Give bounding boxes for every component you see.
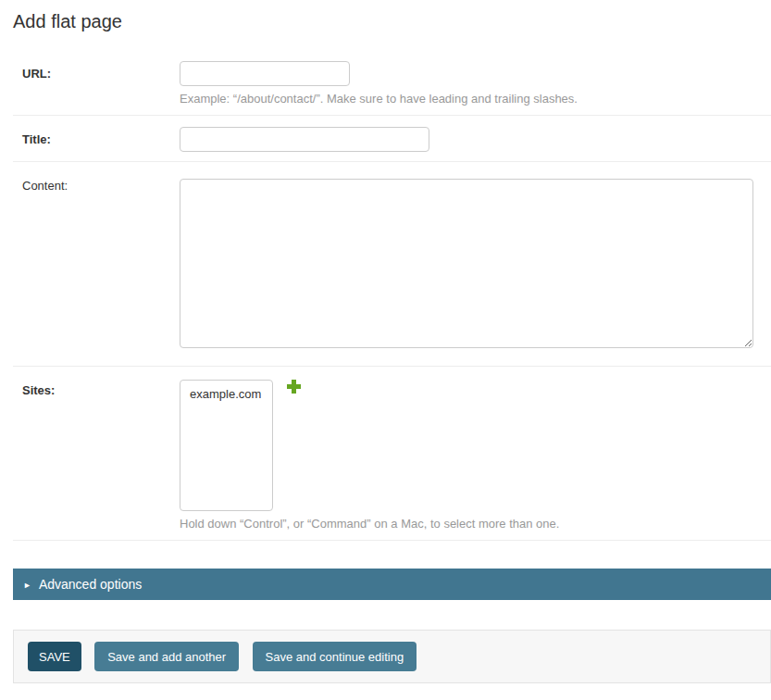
save-button[interactable]: SAVE	[28, 642, 81, 671]
page-title: Add flat page	[13, 11, 771, 32]
sites-label: Sites:	[22, 378, 170, 397]
collapse-arrow-icon: ►	[23, 569, 31, 601]
plus-icon	[286, 379, 302, 394]
url-label: URL:	[22, 61, 170, 81]
advanced-options-toggle[interactable]: ►Advanced options	[13, 569, 771, 600]
form-row-content: Content:	[13, 162, 771, 367]
submit-row: SAVE Save and add another Save and conti…	[13, 630, 771, 683]
content-label: Content:	[22, 175, 170, 193]
advanced-options-label: Advanced options	[39, 577, 142, 592]
url-input[interactable]	[180, 61, 350, 86]
form-row-sites: Sites: example.com Hold down “Control”, …	[13, 367, 771, 541]
save-and-add-another-button[interactable]: Save and add another	[94, 642, 239, 671]
add-site-icon[interactable]	[286, 379, 302, 394]
sites-option[interactable]: example.com	[180, 384, 272, 404]
save-and-continue-editing-button[interactable]: Save and continue editing	[253, 642, 417, 671]
url-help-text: Example: “/about/contact/”. Make sure to…	[180, 92, 771, 106]
sites-select[interactable]: example.com	[180, 380, 273, 511]
url-field-box: Example: “/about/contact/”. Make sure to…	[180, 61, 771, 106]
form-row-title: Title:	[13, 116, 771, 162]
flatpage-form: URL: Example: “/about/contact/”. Make su…	[13, 50, 771, 683]
form-row-url: URL: Example: “/about/contact/”. Make su…	[13, 50, 771, 116]
title-label: Title:	[22, 127, 170, 146]
content-textarea[interactable]	[180, 179, 753, 348]
title-input[interactable]	[180, 127, 429, 152]
main-content: Add flat page URL: Example: “/about/cont…	[13, 0, 771, 683]
title-field-box	[180, 127, 771, 152]
sites-field-box: example.com Hold down “Control”, or “Com…	[180, 378, 771, 531]
sites-help-text: Hold down “Control”, or “Command” on a M…	[180, 517, 771, 531]
content-field-box	[180, 175, 771, 351]
